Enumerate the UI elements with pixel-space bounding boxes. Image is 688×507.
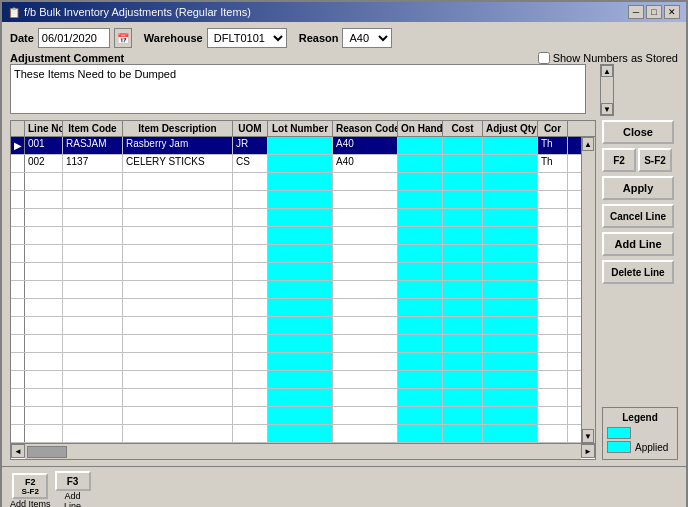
f2-sf2-group: F2 S-F2 — [602, 148, 678, 172]
cell-uom: CS — [233, 155, 268, 172]
add-line-button[interactable]: Add Line — [602, 232, 674, 256]
title-bar-left: 📋 f/b Bulk Inventory Adjustments (Regula… — [8, 6, 251, 18]
table-row — [11, 317, 581, 335]
row-indicator — [11, 371, 25, 388]
table-row[interactable]: ▶ 001 RASJAM Rasberry Jam JR A40 Th — [11, 137, 581, 155]
table-row — [11, 209, 581, 227]
main-area: Line No. Item Code Item Description UOM … — [10, 120, 678, 460]
bottom-f2-button[interactable]: F2 S-F2 Add Items — [10, 473, 51, 507]
legend-color-applied — [607, 441, 631, 453]
legend-item-cyan — [607, 427, 673, 439]
table-rows: ▶ 001 RASJAM Rasberry Jam JR A40 Th — [11, 137, 581, 443]
table-row — [11, 389, 581, 407]
apply-button[interactable]: Apply — [602, 176, 674, 200]
show-numbers-checkbox[interactable] — [538, 52, 550, 64]
bottom-f2-key[interactable]: F2 S-F2 — [12, 473, 48, 499]
cell-adjqty[interactable] — [483, 137, 538, 154]
hscroll-right-button[interactable]: ► — [581, 444, 595, 458]
warehouse-field-group: Warehouse DFLT0101 — [144, 28, 287, 48]
row-indicator — [11, 317, 25, 334]
adjustment-comment-section: Adjustment Comment Show Numbers as Store… — [10, 52, 678, 116]
scroll-header — [568, 121, 582, 136]
row-indicator — [11, 407, 25, 424]
bottom-f3-key[interactable]: F3 — [55, 471, 91, 491]
table-row[interactable]: 002 1137 CELERY STICKS CS A40 Th — [11, 155, 581, 173]
f2-button[interactable]: F2 — [602, 148, 636, 172]
show-numbers-wrapper: Show Numbers as Stored — [538, 52, 678, 64]
minimize-button[interactable]: ─ — [628, 5, 644, 19]
window-icon: 📋 — [8, 7, 20, 18]
col-header-uom: UOM — [233, 121, 268, 136]
cell-onhand[interactable] — [398, 137, 443, 154]
comment-input-area: These Items Need to be Dumped ▲ ▼ — [10, 64, 678, 116]
indicator-header — [11, 121, 25, 136]
row-indicator — [11, 191, 25, 208]
date-field-group: Date 📅 — [10, 28, 132, 48]
cell-lineno: 002 — [25, 155, 63, 172]
row-indicator — [11, 389, 25, 406]
cancel-line-button[interactable]: Cancel Line — [602, 204, 674, 228]
date-input[interactable] — [38, 28, 110, 48]
comment-header-row: Adjustment Comment Show Numbers as Store… — [10, 52, 678, 64]
hscroll-track — [25, 444, 581, 459]
table-row — [11, 425, 581, 443]
comment-scroll-down[interactable]: ▼ — [601, 103, 613, 115]
window-close-button[interactable]: ✕ — [664, 5, 680, 19]
calendar-button[interactable]: 📅 — [114, 28, 132, 48]
cell-adjqty[interactable] — [483, 155, 538, 172]
cell-uom: JR — [233, 137, 268, 154]
vscroll-up-button[interactable]: ▲ — [582, 137, 594, 151]
col-header-desc: Item Description — [123, 121, 233, 136]
col-header-adjqty: Adjust Qty — [483, 121, 538, 136]
date-label: Date — [10, 32, 34, 44]
cell-cost[interactable] — [443, 137, 483, 154]
close-button[interactable]: Close — [602, 120, 674, 144]
legend-title: Legend — [607, 412, 673, 423]
reason-select[interactable]: A40 — [342, 28, 392, 48]
table-row — [11, 263, 581, 281]
delete-line-button[interactable]: Delete Line — [602, 260, 674, 284]
sf2-button[interactable]: S-F2 — [638, 148, 672, 172]
table-row — [11, 227, 581, 245]
cell-lot[interactable] — [268, 155, 333, 172]
right-panel: Close F2 S-F2 Apply Cancel Line Add Line… — [602, 120, 678, 460]
bottom-sf2-label: S-F2 — [22, 487, 39, 496]
warehouse-label: Warehouse — [144, 32, 203, 44]
comment-scroll-up[interactable]: ▲ — [601, 65, 613, 77]
cell-cost[interactable] — [443, 155, 483, 172]
col-header-lineno: Line No. — [25, 121, 63, 136]
title-bar: 📋 f/b Bulk Inventory Adjustments (Regula… — [2, 2, 686, 22]
hscroll-left-button[interactable]: ◄ — [11, 444, 25, 458]
cell-cor: Th — [538, 155, 568, 172]
table-container: Line No. Item Code Item Description UOM … — [10, 120, 596, 460]
table-hscrollbar: ◄ ► — [11, 443, 595, 459]
maximize-button[interactable]: □ — [646, 5, 662, 19]
col-header-onhand: On Hand — [398, 121, 443, 136]
cell-lot[interactable] — [268, 137, 333, 154]
cell-desc: Rasberry Jam — [123, 137, 233, 154]
warehouse-select[interactable]: DFLT0101 — [207, 28, 287, 48]
main-window: 📋 f/b Bulk Inventory Adjustments (Regula… — [0, 0, 688, 507]
table-body-area: ▶ 001 RASJAM Rasberry Jam JR A40 Th — [11, 137, 595, 443]
col-header-reason: Reason Code — [333, 121, 398, 136]
row-indicator — [11, 209, 25, 226]
vscroll-track — [582, 151, 595, 429]
cell-itemcode: 1137 — [63, 155, 123, 172]
legend-box: Legend Applied — [602, 407, 678, 460]
bottom-f2-top: F2 — [25, 477, 36, 487]
comment-textarea[interactable]: These Items Need to be Dumped — [10, 64, 586, 114]
col-header-lot: Lot Number — [268, 121, 333, 136]
cell-onhand[interactable] — [398, 155, 443, 172]
vscroll-down-button[interactable]: ▼ — [582, 429, 594, 443]
row-indicator — [11, 299, 25, 316]
table-row — [11, 173, 581, 191]
table-row — [11, 353, 581, 371]
cell-lineno: 001 — [25, 137, 63, 154]
table-row — [11, 371, 581, 389]
hscroll-thumb[interactable] — [27, 446, 67, 458]
legend-item-applied: Applied — [607, 441, 673, 453]
cell-desc: CELERY STICKS — [123, 155, 233, 172]
bottom-f3-button[interactable]: F3 AddLine — [55, 471, 91, 507]
row-indicator — [11, 335, 25, 352]
table-row — [11, 407, 581, 425]
